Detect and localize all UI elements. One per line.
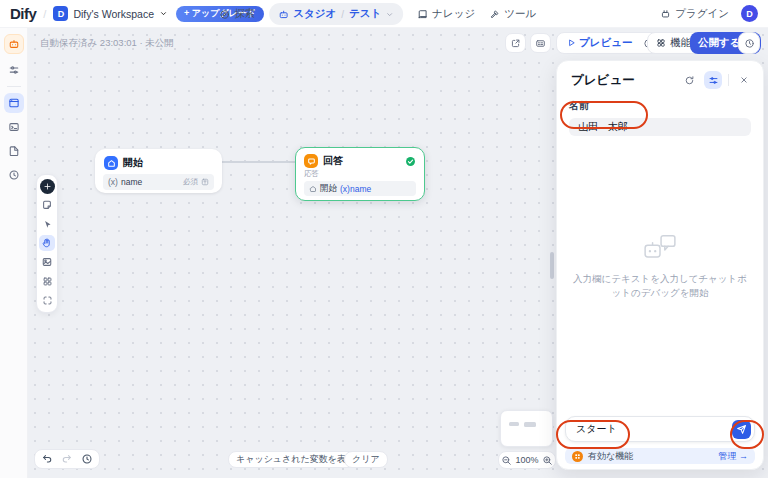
sidebar-item-api-access[interactable]: [4, 117, 24, 137]
nav-plugins[interactable]: プラグイン: [660, 7, 729, 21]
success-check-icon: [405, 156, 416, 167]
workspace-name: Dify's Workspace: [73, 8, 154, 20]
inspector-toggle-button[interactable]: [704, 71, 722, 89]
add-node-button[interactable]: [40, 179, 55, 194]
left-sidebar: [0, 28, 28, 478]
variable-name: name: [121, 177, 142, 187]
preview-panel: プレビュー 名前 山田 太郎: [556, 60, 764, 470]
chevron-down-icon: [385, 10, 394, 19]
ref-node-name: 開始: [320, 183, 337, 195]
send-plane-icon: [736, 424, 747, 435]
name-field-label: 名前: [569, 99, 751, 113]
app-avatar[interactable]: [4, 34, 24, 54]
nav-explore[interactable]: 探索: [219, 7, 255, 21]
sliders-icon: [8, 64, 20, 76]
chat-input[interactable]: スタート: [565, 416, 755, 442]
export-button[interactable]: [505, 33, 526, 53]
nav-divider: /: [341, 9, 344, 20]
minimap-node: [524, 422, 536, 427]
canvas-tools: [36, 174, 58, 313]
close-panel-button[interactable]: [735, 71, 753, 89]
enabled-feature-icon: [572, 451, 583, 462]
workspace-selector[interactable]: D Dify's Workspace: [53, 6, 168, 21]
undo-icon[interactable]: [41, 453, 53, 465]
window-layout-icon: [8, 97, 20, 109]
start-node-icon: [104, 156, 118, 170]
name-input-value: 山田 太郎: [578, 120, 628, 134]
feature-dots-icon: [574, 453, 581, 460]
text-type-icon: [201, 178, 209, 186]
chat-input-value: スタート: [576, 422, 617, 436]
main-nav: 探索 スタジオ / テスト ナレッジ ツール: [219, 0, 536, 28]
variable-icon: (x): [108, 177, 118, 187]
change-history-icon[interactable]: [81, 453, 93, 465]
zoom-controls: 100%: [498, 451, 556, 469]
undo-redo-bar: [34, 449, 100, 469]
canvas-scrollbar[interactable]: [550, 252, 554, 279]
hand-icon: [41, 237, 53, 249]
workspace-avatar: D: [53, 6, 68, 21]
play-icon: [566, 38, 576, 48]
restart-conversation-button[interactable]: [680, 71, 698, 89]
sidebar-item-history[interactable]: [4, 165, 24, 185]
divider-slash: /: [43, 8, 46, 20]
sliders-icon: [708, 75, 719, 86]
panel-header-divider: [728, 74, 729, 86]
enabled-features-bar[interactable]: 有効な機能 管理 →: [565, 448, 755, 464]
sidebar-divider: [7, 86, 21, 87]
version-history-button[interactable]: [738, 32, 760, 54]
start-node-title: 開始: [123, 156, 143, 170]
nav-studio-label: スタジオ: [293, 7, 336, 21]
preview-button[interactable]: プレビュー: [561, 36, 637, 50]
export-image-button[interactable]: [39, 254, 55, 270]
chat-bubble-icon: [307, 157, 316, 166]
zoom-level[interactable]: 100%: [515, 455, 538, 465]
dify-logo[interactable]: Dify: [10, 5, 36, 22]
note-icon: [41, 199, 53, 211]
fit-view-button[interactable]: [39, 292, 55, 308]
answer-node-title: 回答: [323, 154, 343, 168]
sidebar-item-orchestrate[interactable]: [4, 93, 24, 113]
send-button[interactable]: [732, 420, 751, 439]
chatbot-empty-icon: [643, 234, 677, 264]
answer-node[interactable]: 回答 応答 開始 (x)name: [295, 147, 425, 201]
manage-link[interactable]: 管理 →: [718, 450, 748, 463]
clock-icon: [8, 169, 20, 181]
answer-node-icon: [304, 154, 318, 168]
clear-button[interactable]: クリア: [344, 451, 388, 468]
empty-state-text: 入力欄にテキストを入力してチャットボットのデバッグを開始: [569, 272, 751, 301]
sidebar-item-logs[interactable]: [4, 141, 24, 161]
hand-mode-button[interactable]: [39, 235, 55, 251]
answer-section-label: 応答: [304, 169, 416, 179]
node-edge: [222, 161, 295, 163]
zoom-out-icon[interactable]: [501, 455, 512, 466]
grid-icon: [42, 276, 53, 287]
user-avatar[interactable]: D: [741, 5, 758, 22]
name-input[interactable]: 山田 太郎: [569, 118, 751, 136]
required-badge: 必須: [183, 177, 198, 187]
app-robot-icon: [8, 38, 20, 50]
dify-workflow-app: Dify / D Dify's Workspace + アップグレード 探索 ス…: [0, 0, 768, 478]
pointer-mode-button[interactable]: [39, 216, 55, 232]
ref-variable: (x)name: [340, 184, 371, 194]
home-icon: [107, 159, 116, 168]
chat-empty-state: 入力欄にテキストを入力してチャットボットのデバッグを開始: [557, 148, 763, 416]
nav-studio-pill[interactable]: スタジオ / テスト: [269, 3, 403, 25]
home-icon: [309, 185, 317, 193]
organize-nodes-button[interactable]: [39, 273, 55, 289]
autosave-status: 自動保存済み 23:03:01 · 未公開: [40, 37, 174, 50]
panel-title: プレビュー: [571, 72, 674, 89]
add-note-button[interactable]: [39, 197, 55, 213]
show-cached-variables-button[interactable]: キャッシュされた変数を表示: [228, 451, 363, 468]
features-label: 有効な機能: [588, 450, 713, 463]
nav-tools[interactable]: ツール: [489, 7, 536, 21]
redo-icon[interactable]: [61, 453, 73, 465]
fit-view-icon: [42, 295, 53, 306]
checklist-button[interactable]: [530, 33, 551, 53]
zoom-in-icon[interactable]: [542, 455, 553, 466]
nav-knowledge[interactable]: ナレッジ: [417, 7, 475, 21]
app-settings-button[interactable]: [4, 60, 24, 80]
minimap[interactable]: [500, 410, 553, 447]
terminal-icon: [8, 121, 20, 133]
start-node[interactable]: 開始 (x) name 必須: [95, 149, 222, 193]
